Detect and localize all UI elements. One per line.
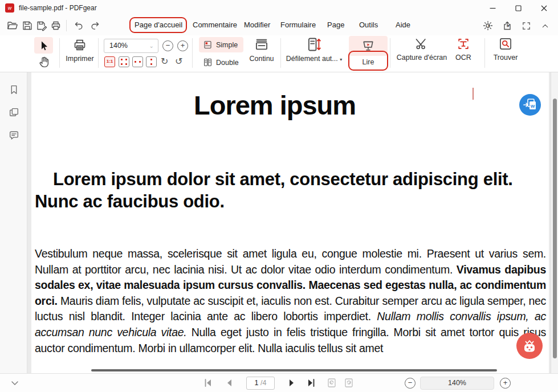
- document-viewport[interactable]: Lorem ipsum Lorem ipsum dolor sit amet, …: [27, 72, 558, 373]
- minimize-button[interactable]: [480, 0, 506, 16]
- zoom-level-select[interactable]: 140% ⌄: [104, 39, 158, 53]
- folder-open-icon: [7, 20, 18, 31]
- clipped-text-line: [91, 369, 497, 371]
- redo-icon: [89, 20, 101, 31]
- caret-down-icon: ▾: [488, 23, 490, 28]
- caret-down-icon: ▾: [507, 23, 510, 28]
- hand-tool-button[interactable]: [38, 55, 50, 68]
- tab-page[interactable]: Page: [327, 21, 344, 29]
- thumbnails-panel-button[interactable]: [8, 107, 20, 119]
- bookmarks-panel-button[interactable]: [8, 84, 20, 96]
- last-page-button[interactable]: [306, 377, 317, 389]
- single-page-icon: [203, 40, 213, 50]
- save-button[interactable]: [22, 20, 33, 31]
- divider: [484, 38, 485, 68]
- screenshot-button[interactable]: Capture d'écran: [392, 36, 451, 62]
- fullscreen-button[interactable]: [522, 20, 533, 31]
- read-mode-button[interactable]: Lire: [348, 35, 388, 72]
- divider: [390, 38, 390, 68]
- scrollbar-thumb[interactable]: [553, 99, 557, 358]
- minimize-icon: [490, 5, 496, 11]
- tab-aide[interactable]: Aide: [396, 21, 410, 29]
- print-button[interactable]: Imprimer: [64, 38, 96, 63]
- left-panel-bar: [0, 72, 27, 373]
- printer-icon: [50, 20, 62, 31]
- vertical-scrollbar[interactable]: [551, 72, 558, 373]
- zoom-slider[interactable]: 140%: [420, 377, 494, 390]
- rotate-counterclockwise-button[interactable]: ↺: [175, 56, 182, 67]
- maximize-icon: [515, 5, 522, 11]
- select-tool-button[interactable]: [34, 37, 53, 54]
- autoscroll-button[interactable]: Défilement aut... ▾: [283, 36, 345, 63]
- zoom-out-button-statusbar[interactable]: −: [405, 378, 416, 389]
- view-simple-button[interactable]: Simple: [199, 37, 243, 52]
- theme-button[interactable]: ▾: [483, 20, 494, 31]
- main-area: Lorem ipsum Lorem ipsum dolor sit amet, …: [0, 72, 558, 373]
- next-page-icon: [286, 377, 298, 389]
- fit-height-button[interactable]: [146, 56, 157, 67]
- view-double-button[interactable]: Double: [199, 55, 243, 70]
- tab-formulaire[interactable]: Formulaire: [280, 21, 316, 29]
- chevron-down-icon: ⌄: [149, 39, 154, 52]
- caret-down-icon: ▾: [340, 57, 342, 62]
- open-file-button[interactable]: [7, 20, 18, 31]
- document-paragraph: Vestibulum neque massa, scelerisque sit …: [35, 246, 546, 356]
- zoom-in-button[interactable]: +: [177, 40, 188, 51]
- print-label: Imprimer: [64, 55, 96, 63]
- find-button[interactable]: Trouver: [488, 36, 523, 62]
- divider: [98, 38, 99, 68]
- close-button[interactable]: [531, 0, 557, 16]
- save-as-button[interactable]: [36, 20, 47, 31]
- fullscreen-icon: [522, 21, 531, 31]
- tab-commentaire[interactable]: Commentaire: [193, 21, 237, 29]
- close-icon: [541, 5, 547, 11]
- fit-width-button[interactable]: [132, 56, 143, 67]
- double-page-icon: [203, 58, 213, 67]
- previous-page-icon: [223, 377, 235, 389]
- redo-button[interactable]: [89, 20, 101, 31]
- quick-print-button[interactable]: [50, 20, 62, 31]
- red-annotation-box-home-tab: [129, 17, 187, 33]
- rotate-clockwise-button[interactable]: ↻: [161, 56, 168, 67]
- convert-to-word-button[interactable]: W: [519, 94, 541, 116]
- actual-size-button[interactable]: 1:1: [104, 56, 115, 67]
- undo-button[interactable]: [73, 20, 84, 31]
- page-number-input[interactable]: 1 /4: [246, 377, 275, 390]
- first-page-button[interactable]: [202, 377, 214, 389]
- titlebar: w file-sample.pdf - PDFgear: [0, 0, 558, 16]
- previous-page-button[interactable]: [223, 377, 235, 389]
- continuous-page-icon: [254, 36, 270, 52]
- divider: [192, 38, 193, 68]
- zoom-out-button[interactable]: −: [162, 40, 173, 51]
- next-page-button[interactable]: [286, 377, 298, 389]
- pdf-page: Lorem ipsum Lorem ipsum dolor sit amet, …: [31, 72, 549, 373]
- collapse-panel-button[interactable]: [9, 377, 21, 389]
- document-heading: Lorem ipsum dolor sit amet, consectetur …: [35, 168, 530, 213]
- maximize-button[interactable]: [506, 0, 531, 16]
- fit-page-button[interactable]: [119, 56, 129, 67]
- printer-icon: [72, 38, 87, 52]
- divider: [59, 38, 60, 68]
- comment-icon: [8, 129, 20, 141]
- total-pages: /4: [260, 379, 266, 387]
- tab-outils[interactable]: Outils: [359, 21, 378, 29]
- window-title: file-sample.pdf - PDFgear: [19, 4, 97, 12]
- save-icon: [22, 20, 33, 31]
- view-continuous-button[interactable]: Continu: [245, 36, 278, 63]
- convert-to-word-icon: W: [519, 94, 541, 116]
- last-page-icon: [306, 377, 317, 389]
- robot-assistant-icon: [516, 333, 543, 359]
- share-button[interactable]: ▾: [502, 20, 514, 31]
- toolbar: Imprimer 140% ⌄ − + 1:1 ↻ ↺ Simple: [0, 35, 558, 72]
- autoscroll-label: Défilement aut... ▾: [283, 55, 345, 63]
- ocr-button[interactable]: OCR: [451, 36, 475, 62]
- tab-modifier[interactable]: Modifier: [244, 21, 270, 29]
- previous-view-button[interactable]: [326, 377, 337, 389]
- assistant-feedback-button[interactable]: [516, 333, 543, 359]
- autoscroll-icon: [306, 36, 322, 52]
- divider: [66, 20, 67, 31]
- comments-panel-button[interactable]: [8, 129, 20, 141]
- collapse-toolbar-button[interactable]: [541, 20, 552, 31]
- zoom-in-button-statusbar[interactable]: +: [500, 378, 511, 389]
- next-view-button[interactable]: [343, 377, 355, 389]
